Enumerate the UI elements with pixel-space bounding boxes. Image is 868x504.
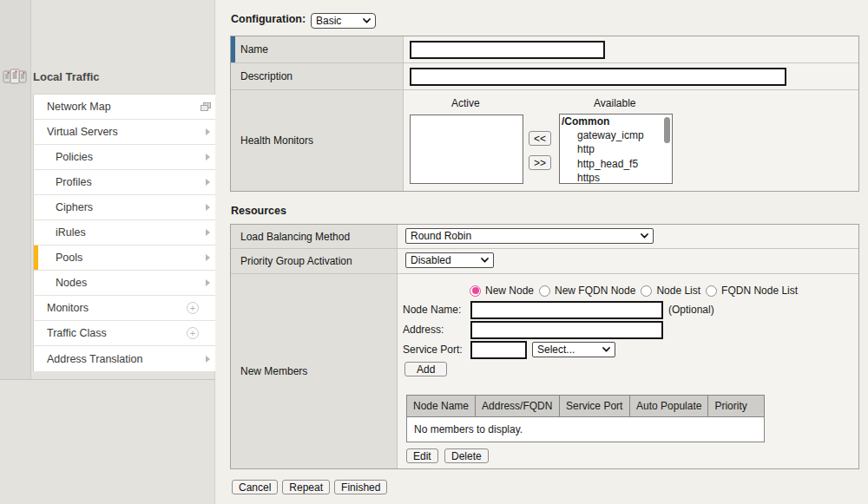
sidebar-item-profiles[interactable]: Profiles bbox=[34, 170, 215, 195]
footer-buttons: Cancel Repeat Finished bbox=[232, 480, 387, 494]
radio-label[interactable]: New FQDN Node bbox=[555, 285, 635, 297]
load-balancing-select-value: Round Robin bbox=[411, 230, 471, 242]
members-table: Node Name Address/FQDN Service Port Auto… bbox=[406, 395, 765, 442]
chevron-right-icon bbox=[206, 179, 210, 186]
radio-label[interactable]: FQDN Node List bbox=[721, 285, 798, 297]
sidebar-divider bbox=[0, 379, 215, 380]
sidebar-item-label: Network Map bbox=[47, 101, 111, 113]
load-balancing-value-cell: Round Robin bbox=[398, 225, 858, 248]
priority-group-row: Priority Group Activation Disabled bbox=[231, 249, 858, 274]
sidebar-item-address-translation[interactable]: Address Translation bbox=[34, 346, 215, 371]
configuration-mode-select[interactable]: Basic bbox=[311, 13, 376, 29]
new-members-label: New Members bbox=[240, 365, 307, 377]
chevron-right-icon bbox=[206, 229, 210, 236]
delete-button[interactable]: Delete bbox=[444, 448, 489, 463]
active-monitors-listbox[interactable] bbox=[410, 115, 523, 184]
radio-node-list[interactable] bbox=[641, 285, 652, 297]
description-input[interactable] bbox=[410, 68, 786, 86]
local-traffic-header: Local Traffic bbox=[0, 66, 215, 88]
listbox-option-group: /Common bbox=[560, 115, 672, 128]
available-list-label: Available bbox=[594, 97, 635, 109]
members-col-auto-populate[interactable]: Auto Populate bbox=[630, 396, 708, 417]
listbox-scrollbar-thumb[interactable] bbox=[664, 117, 670, 143]
service-port-select-value: Select... bbox=[537, 344, 575, 356]
sidebar-item-ciphers[interactable]: Ciphers bbox=[34, 195, 215, 220]
sidebar-item-label: Virtual Servers bbox=[47, 126, 118, 138]
service-port-select[interactable]: Select... bbox=[532, 342, 615, 357]
sidebar-item-monitors[interactable]: Monitors + bbox=[34, 296, 215, 321]
sidebar-item-label: Profiles bbox=[56, 176, 92, 188]
active-list-label: Active bbox=[451, 97, 480, 109]
sidebar-item-policies[interactable]: Policies bbox=[34, 145, 215, 170]
members-col-priority[interactable]: Priority bbox=[708, 396, 765, 417]
sidebar-item-pools[interactable]: Pools bbox=[34, 245, 215, 271]
navigation-sidebar: Local Traffic Network Map Virtual Server… bbox=[0, 0, 215, 504]
select-chevron-icon bbox=[602, 347, 610, 352]
priority-group-label: Priority Group Activation bbox=[240, 255, 352, 267]
sidebar-item-network-map[interactable]: Network Map bbox=[34, 95, 215, 120]
plus-circle-icon[interactable]: + bbox=[187, 302, 199, 314]
new-members-label-cell: New Members bbox=[231, 274, 398, 468]
finished-button[interactable]: Finished bbox=[334, 480, 387, 494]
move-to-available-button[interactable]: >> bbox=[529, 155, 551, 170]
optional-note: (Optional) bbox=[668, 304, 714, 316]
select-chevron-icon bbox=[481, 258, 489, 263]
load-balancing-label-cell: Load Balancing Method bbox=[231, 225, 398, 248]
new-members-value-cell: New Node New FQDN Node Node List FQDN No… bbox=[398, 274, 858, 468]
sidebar-item-traffic-class[interactable]: Traffic Class + bbox=[34, 321, 215, 346]
listbox-option[interactable]: gateway_icmp bbox=[560, 128, 672, 142]
select-chevron-icon bbox=[641, 233, 648, 239]
available-monitors-listbox[interactable]: /Common gateway_icmp http http_head_f5 h… bbox=[559, 114, 673, 184]
priority-group-value-cell: Disabled bbox=[398, 249, 858, 273]
chevron-right-icon bbox=[206, 154, 210, 160]
members-col-service-port[interactable]: Service Port bbox=[560, 396, 630, 417]
sidebar-item-label: Policies bbox=[56, 151, 93, 163]
listbox-option[interactable]: https bbox=[560, 171, 672, 184]
radio-label[interactable]: New Node bbox=[485, 285, 534, 297]
radio-new-node[interactable] bbox=[470, 285, 481, 297]
sidebar-item-irules[interactable]: iRules bbox=[34, 220, 215, 245]
health-monitors-row: Health Monitors Active << >> Available /… bbox=[231, 90, 858, 191]
members-empty-message: No members to display. bbox=[407, 417, 765, 442]
radio-label[interactable]: Node List bbox=[656, 285, 700, 297]
listbox-option[interactable]: http_head_f5 bbox=[560, 157, 672, 171]
edit-button[interactable]: Edit bbox=[406, 448, 438, 463]
plus-circle-icon[interactable]: + bbox=[187, 327, 199, 339]
local-traffic-icon bbox=[3, 68, 29, 87]
sidebar-item-label: Pools bbox=[56, 252, 82, 264]
name-value-cell bbox=[404, 36, 858, 62]
add-button[interactable]: Add bbox=[404, 362, 447, 376]
health-monitors-value-cell: Active << >> Available /Common gateway_i… bbox=[404, 90, 858, 191]
repeat-button[interactable]: Repeat bbox=[282, 480, 330, 494]
sidebar-section-title: Local Traffic bbox=[33, 70, 100, 83]
members-col-address-fqdn[interactable]: Address/FQDN bbox=[476, 396, 560, 417]
chevron-right-icon bbox=[206, 254, 210, 261]
priority-group-label-cell: Priority Group Activation bbox=[231, 249, 398, 273]
sidebar-item-nodes[interactable]: Nodes bbox=[34, 271, 215, 296]
new-members-row: New Members New Node New FQDN Node Node … bbox=[231, 274, 858, 468]
service-port-input[interactable] bbox=[470, 341, 527, 359]
mode-select-value: Basic bbox=[316, 15, 341, 27]
service-port-label: Service Port: bbox=[403, 344, 463, 356]
priority-group-select[interactable]: Disabled bbox=[405, 252, 494, 268]
chevron-right-icon bbox=[206, 204, 210, 211]
move-to-active-button[interactable]: << bbox=[529, 131, 551, 146]
radio-fqdn-node-list[interactable] bbox=[706, 285, 717, 297]
load-balancing-select[interactable]: Round Robin bbox=[405, 228, 654, 244]
configuration-table: Name Description Health Monitors Active … bbox=[230, 36, 859, 192]
listbox-option[interactable]: http bbox=[560, 142, 672, 156]
description-label-cell: Description bbox=[231, 63, 404, 89]
address-label: Address: bbox=[403, 324, 444, 336]
health-monitors-label: Health Monitors bbox=[240, 134, 313, 147]
members-table-header-row: Node Name Address/FQDN Service Port Auto… bbox=[407, 396, 765, 417]
members-col-node-name[interactable]: Node Name bbox=[407, 396, 476, 417]
node-name-input[interactable] bbox=[470, 301, 663, 319]
address-input[interactable] bbox=[470, 321, 663, 339]
health-monitors-label-cell: Health Monitors bbox=[231, 90, 404, 191]
name-input[interactable] bbox=[410, 41, 605, 59]
cancel-button[interactable]: Cancel bbox=[232, 480, 278, 494]
sidebar-item-virtual-servers[interactable]: Virtual Servers bbox=[34, 120, 215, 145]
radio-new-fqdn-node[interactable] bbox=[539, 285, 550, 297]
main-content: Configuration: Basic Name Description He… bbox=[215, 0, 868, 504]
local-traffic-menu: Network Map Virtual Servers Policies Pro… bbox=[33, 94, 215, 371]
